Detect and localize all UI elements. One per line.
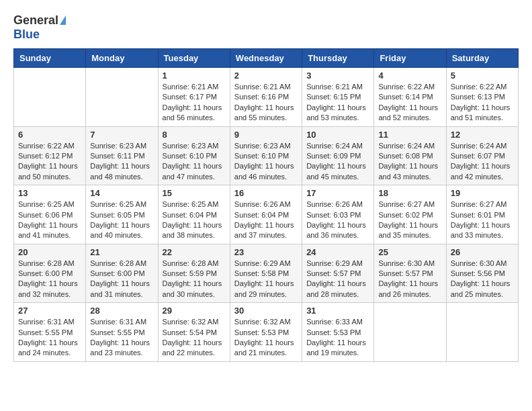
day-info: Sunrise: 6:33 AM Sunset: 5:53 PM Dayligh… — [306, 317, 369, 359]
calendar-cell: 3Sunrise: 6:21 AM Sunset: 6:15 PM Daylig… — [302, 68, 374, 127]
week-row: 13Sunrise: 6:25 AM Sunset: 6:06 PM Dayli… — [14, 185, 519, 244]
day-number: 28 — [90, 306, 153, 316]
day-info: Sunrise: 6:22 AM Sunset: 6:14 PM Dayligh… — [378, 82, 441, 124]
day-info: Sunrise: 6:29 AM Sunset: 5:58 PM Dayligh… — [234, 259, 298, 300]
day-number: 24 — [306, 247, 369, 257]
day-info: Sunrise: 6:24 AM Sunset: 6:07 PM Dayligh… — [451, 141, 514, 183]
calendar-cell: 7Sunrise: 6:23 AM Sunset: 6:11 PM Daylig… — [86, 126, 158, 185]
day-info: Sunrise: 6:23 AM Sunset: 6:10 PM Dayligh… — [163, 141, 226, 183]
day-info: Sunrise: 6:32 AM Sunset: 5:53 PM Dayligh… — [234, 317, 298, 359]
day-number: 18 — [378, 188, 441, 198]
day-number: 2 — [234, 71, 298, 81]
calendar-cell: 10Sunrise: 6:24 AM Sunset: 6:09 PM Dayli… — [302, 126, 374, 185]
day-number: 6 — [18, 130, 81, 140]
calendar-cell: 1Sunrise: 6:21 AM Sunset: 6:17 PM Daylig… — [158, 68, 230, 127]
calendar-cell: 13Sunrise: 6:25 AM Sunset: 6:06 PM Dayli… — [14, 185, 86, 244]
header-day: Sunday — [14, 49, 86, 68]
day-number: 17 — [306, 188, 369, 198]
day-number: 31 — [306, 306, 369, 316]
logo-general: General — [13, 13, 58, 28]
day-info: Sunrise: 6:26 AM Sunset: 6:04 PM Dayligh… — [234, 199, 298, 241]
calendar-cell: 23Sunrise: 6:29 AM Sunset: 5:58 PM Dayli… — [230, 244, 302, 303]
calendar-cell: 16Sunrise: 6:26 AM Sunset: 6:04 PM Dayli… — [230, 185, 302, 244]
calendar-cell: 31Sunrise: 6:33 AM Sunset: 5:53 PM Dayli… — [302, 303, 374, 362]
day-info: Sunrise: 6:21 AM Sunset: 6:16 PM Dayligh… — [234, 82, 298, 124]
day-info: Sunrise: 6:23 AM Sunset: 6:11 PM Dayligh… — [90, 141, 153, 183]
day-number: 19 — [451, 188, 514, 198]
day-info: Sunrise: 6:27 AM Sunset: 6:01 PM Dayligh… — [451, 199, 514, 241]
calendar-cell: 24Sunrise: 6:29 AM Sunset: 5:57 PM Dayli… — [302, 244, 374, 303]
week-row: 20Sunrise: 6:28 AM Sunset: 6:00 PM Dayli… — [14, 244, 519, 303]
logo-blue: Blue — [13, 28, 40, 41]
day-info: Sunrise: 6:26 AM Sunset: 6:03 PM Dayligh… — [306, 199, 369, 241]
day-info: Sunrise: 6:21 AM Sunset: 6:17 PM Dayligh… — [163, 82, 226, 124]
day-number: 20 — [18, 247, 81, 257]
calendar-cell: 20Sunrise: 6:28 AM Sunset: 6:00 PM Dayli… — [14, 244, 86, 303]
header-day: Wednesday — [230, 49, 302, 68]
calendar-cell: 14Sunrise: 6:25 AM Sunset: 6:05 PM Dayli… — [86, 185, 158, 244]
day-info: Sunrise: 6:25 AM Sunset: 6:06 PM Dayligh… — [18, 199, 81, 241]
day-number: 22 — [163, 247, 226, 257]
header-day: Tuesday — [158, 49, 230, 68]
calendar-cell: 8Sunrise: 6:23 AM Sunset: 6:10 PM Daylig… — [158, 126, 230, 185]
calendar-cell: 11Sunrise: 6:24 AM Sunset: 6:08 PM Dayli… — [374, 126, 446, 185]
calendar-cell: 6Sunrise: 6:22 AM Sunset: 6:12 PM Daylig… — [14, 126, 86, 185]
day-info: Sunrise: 6:22 AM Sunset: 6:12 PM Dayligh… — [18, 141, 81, 183]
calendar-cell: 27Sunrise: 6:31 AM Sunset: 5:55 PM Dayli… — [14, 303, 86, 362]
calendar-cell — [14, 68, 86, 127]
calendar-cell: 22Sunrise: 6:28 AM Sunset: 5:59 PM Dayli… — [158, 244, 230, 303]
day-number: 10 — [306, 130, 369, 140]
calendar-cell: 18Sunrise: 6:27 AM Sunset: 6:02 PM Dayli… — [374, 185, 446, 244]
day-number: 23 — [234, 247, 298, 257]
week-row: 6Sunrise: 6:22 AM Sunset: 6:12 PM Daylig… — [14, 126, 519, 185]
day-info: Sunrise: 6:22 AM Sunset: 6:13 PM Dayligh… — [451, 82, 514, 124]
day-number: 4 — [378, 71, 441, 81]
day-info: Sunrise: 6:27 AM Sunset: 6:02 PM Dayligh… — [378, 199, 441, 241]
calendar-cell: 5Sunrise: 6:22 AM Sunset: 6:13 PM Daylig… — [446, 68, 518, 127]
day-info: Sunrise: 6:24 AM Sunset: 6:09 PM Dayligh… — [306, 141, 369, 183]
day-info: Sunrise: 6:28 AM Sunset: 6:00 PM Dayligh… — [90, 259, 153, 300]
day-number: 8 — [163, 130, 226, 140]
calendar-cell: 21Sunrise: 6:28 AM Sunset: 6:00 PM Dayli… — [86, 244, 158, 303]
day-number: 12 — [451, 130, 514, 140]
day-number: 25 — [378, 247, 441, 257]
day-number: 21 — [90, 247, 153, 257]
week-row: 27Sunrise: 6:31 AM Sunset: 5:55 PM Dayli… — [14, 303, 519, 362]
calendar-cell: 15Sunrise: 6:25 AM Sunset: 6:04 PM Dayli… — [158, 185, 230, 244]
week-row: 1Sunrise: 6:21 AM Sunset: 6:17 PM Daylig… — [14, 68, 519, 127]
calendar-cell: 17Sunrise: 6:26 AM Sunset: 6:03 PM Dayli… — [302, 185, 374, 244]
logo: General Blue — [13, 13, 66, 42]
day-info: Sunrise: 6:28 AM Sunset: 6:00 PM Dayligh… — [18, 259, 81, 300]
day-number: 5 — [451, 71, 514, 81]
day-info: Sunrise: 6:30 AM Sunset: 5:57 PM Dayligh… — [378, 259, 441, 300]
day-info: Sunrise: 6:31 AM Sunset: 5:55 PM Dayligh… — [18, 317, 81, 359]
calendar-cell: 25Sunrise: 6:30 AM Sunset: 5:57 PM Dayli… — [374, 244, 446, 303]
calendar-cell: 28Sunrise: 6:31 AM Sunset: 5:55 PM Dayli… — [86, 303, 158, 362]
day-number: 14 — [90, 188, 153, 198]
calendar-cell — [86, 68, 158, 127]
day-info: Sunrise: 6:30 AM Sunset: 5:56 PM Dayligh… — [451, 259, 514, 300]
calendar-cell — [446, 303, 518, 362]
header-row: SundayMondayTuesdayWednesdayThursdayFrid… — [14, 49, 519, 68]
day-info: Sunrise: 6:25 AM Sunset: 6:04 PM Dayligh… — [163, 199, 226, 241]
header-day: Thursday — [302, 49, 374, 68]
calendar-cell: 2Sunrise: 6:21 AM Sunset: 6:16 PM Daylig… — [230, 68, 302, 127]
day-info: Sunrise: 6:24 AM Sunset: 6:08 PM Dayligh… — [378, 141, 441, 183]
calendar-cell: 19Sunrise: 6:27 AM Sunset: 6:01 PM Dayli… — [446, 185, 518, 244]
calendar-cell: 26Sunrise: 6:30 AM Sunset: 5:56 PM Dayli… — [446, 244, 518, 303]
day-number: 27 — [18, 306, 81, 316]
day-info: Sunrise: 6:31 AM Sunset: 5:55 PM Dayligh… — [90, 317, 153, 359]
logo-triangle-icon — [60, 15, 66, 25]
day-number: 11 — [378, 130, 441, 140]
day-info: Sunrise: 6:32 AM Sunset: 5:54 PM Dayligh… — [163, 317, 226, 359]
day-info: Sunrise: 6:25 AM Sunset: 6:05 PM Dayligh… — [90, 199, 153, 241]
header: General Blue — [13, 13, 519, 42]
day-number: 30 — [234, 306, 298, 316]
day-number: 9 — [234, 130, 298, 140]
calendar-cell: 30Sunrise: 6:32 AM Sunset: 5:53 PM Dayli… — [230, 303, 302, 362]
day-number: 1 — [163, 71, 226, 81]
day-number: 29 — [163, 306, 226, 316]
calendar-table: SundayMondayTuesdayWednesdayThursdayFrid… — [13, 48, 519, 362]
day-number: 13 — [18, 188, 81, 198]
calendar-cell: 12Sunrise: 6:24 AM Sunset: 6:07 PM Dayli… — [446, 126, 518, 185]
